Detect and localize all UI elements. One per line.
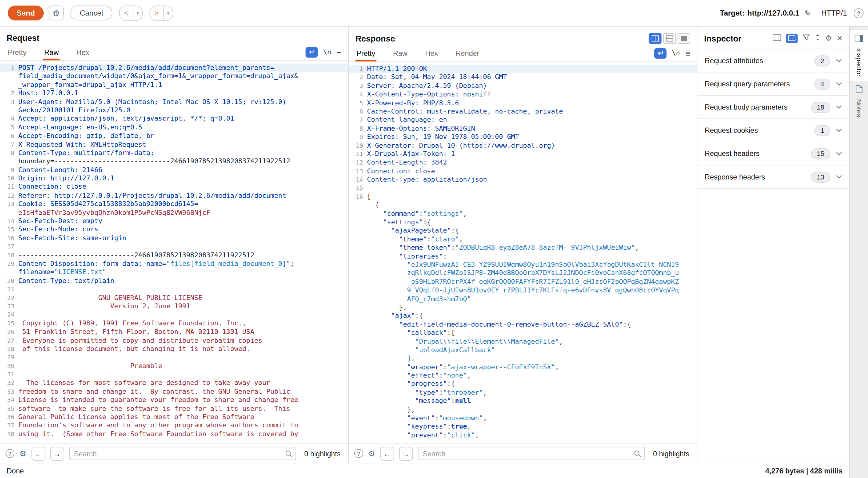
line-number — [349, 414, 367, 423]
repeater-window: Send ⚙ Cancel < ▾ > ▾ Target: http://127… — [0, 0, 868, 478]
line-text: using it. (Some other Free Software Foun… — [18, 430, 298, 439]
side-tab-inspector[interactable]: Inspector — [850, 30, 868, 81]
section-request-attributes[interactable]: Request attributes 2 — [698, 49, 849, 72]
response-search-input[interactable] — [418, 447, 645, 460]
line-number — [349, 389, 367, 397]
line-number: 7 — [349, 116, 367, 124]
editor-line: 6Accept-Encoding: gzip, deflate, br — [0, 132, 348, 141]
line-number — [349, 346, 367, 354]
search-help-icon[interactable]: ? — [354, 449, 363, 458]
response-tab-pretty[interactable]: Pretty — [355, 47, 376, 61]
show-nonprintable-toggle[interactable]: \n — [323, 48, 331, 56]
inspector-docked-icon[interactable] — [786, 34, 798, 43]
line-text: Content-language: en — [367, 116, 447, 124]
word-wrap-toggle[interactable] — [306, 47, 318, 57]
response-tab-render[interactable]: Render — [455, 47, 480, 61]
request-panel: Request Pretty Raw Hex \n ≡ — [0, 27, 349, 463]
editor-line: 22 GNU GENERAL PUBLIC LICENSE — [0, 294, 348, 302]
send-button[interactable]: Send — [8, 5, 44, 21]
section-request-headers[interactable]: Request headers 15 — [698, 142, 849, 166]
inspector-close-icon[interactable]: × — [837, 34, 843, 43]
search-next-button[interactable]: → — [50, 447, 64, 460]
line-text: The licenses for most software are desig… — [18, 379, 271, 387]
history-forward-button[interactable]: > ▾ — [150, 5, 173, 21]
search-settings-icon[interactable]: ⚙ — [19, 449, 26, 458]
line-text: }, — [367, 406, 415, 414]
response-tab-raw[interactable]: Raw — [392, 47, 408, 61]
line-number: 11 — [349, 150, 367, 158]
line-text: boundary=-----------------------------24… — [18, 157, 290, 166]
chevron-down-icon — [836, 105, 842, 109]
inspector-columns-icon[interactable] — [772, 33, 781, 43]
layout-single-button[interactable] — [678, 33, 690, 43]
section-request-query-parameters[interactable]: Request query parameters 4 — [698, 73, 849, 96]
line-text: eIsHfaaETVr3av95yvbqQhzn0kom1P5wPcNSqB2V… — [18, 208, 210, 217]
line-number — [349, 312, 367, 321]
line-text: "type":"throbber", — [367, 389, 487, 397]
count-badge: 4 — [814, 79, 831, 89]
line-text: Content-Type: multipart/form-data; — [18, 149, 154, 157]
editor-line: 16Sec-Fetch-Site: same-origin — [0, 234, 348, 243]
caret-down-icon[interactable]: ▾ — [133, 6, 142, 20]
response-editor[interactable]: 1HTTP/1.1 200 OK2Date: Sat, 04 May 2024 … — [349, 62, 697, 444]
line-number — [0, 106, 18, 115]
line-text: Sec-Fetch-Dest: empty — [18, 217, 102, 226]
chevron-down-icon — [836, 82, 842, 86]
section-label: Request attributes — [705, 57, 763, 65]
editor-line: 37Foundation's software and to any other… — [0, 421, 348, 430]
search-settings-icon[interactable]: ⚙ — [368, 449, 375, 458]
show-nonprintable-toggle[interactable]: \n — [672, 49, 680, 57]
request-search-input[interactable] — [69, 447, 296, 460]
editor-line: 9Expires: Sun, 19 Nov 1978 05:00:00 GMT — [349, 133, 697, 142]
section-request-body-parameters[interactable]: Request body parameters 18 — [698, 96, 849, 119]
history-back-button[interactable]: < ▾ — [119, 5, 143, 21]
request-editor-menu-icon[interactable]: ≡ — [337, 47, 342, 57]
response-editor-menu-icon[interactable]: ≡ — [685, 49, 690, 58]
line-number: 6 — [0, 132, 18, 141]
request-tab-pretty[interactable]: Pretty — [7, 46, 28, 60]
line-number: 4 — [0, 115, 18, 123]
send-options-button[interactable]: ⚙ — [49, 5, 64, 21]
response-title: Response — [355, 34, 395, 43]
line-text: Accept-Language: en-US,en;q=0.5 — [18, 123, 142, 132]
line-number: 9 — [0, 166, 18, 175]
search-prev-button[interactable]: ← — [31, 447, 45, 460]
line-text: "eJx9UNFuwzAI_CE3-YZ9SUUIWdmw8Qyu1n19nSp… — [367, 261, 679, 269]
line-number — [349, 218, 367, 227]
line-text: Referer: http://127.0.0.1/Projects/drupa… — [18, 191, 286, 200]
request-tabs: Pretty Raw Hex \n ≡ — [0, 46, 348, 61]
request-tab-hex[interactable]: Hex — [75, 46, 90, 60]
editor-line: "progress":{ — [349, 380, 697, 389]
request-tab-raw[interactable]: Raw — [43, 46, 60, 60]
editor-line: 10Origin: http://127.0.0.1 — [0, 174, 348, 183]
back-arrow-icon: < — [120, 6, 133, 20]
line-number: 21 — [0, 285, 18, 294]
inspector-settings-icon[interactable]: ⚙ — [825, 34, 832, 43]
line-number: 24 — [0, 311, 18, 319]
wrap-icon — [657, 50, 664, 56]
search-next-button[interactable]: → — [399, 447, 413, 460]
word-wrap-toggle[interactable] — [654, 48, 666, 58]
response-tab-hex[interactable]: Hex — [424, 47, 439, 61]
filter-icon[interactable] — [802, 33, 810, 43]
line-number: 16 — [349, 192, 367, 201]
cancel-button[interactable]: Cancel — [70, 5, 112, 21]
side-tab-notes[interactable]: Notes — [850, 81, 868, 122]
editor-line: { — [349, 201, 697, 210]
layout-rows-button[interactable] — [663, 33, 676, 43]
expand-collapse-icon[interactable] — [814, 33, 820, 43]
line-number: 4 — [349, 90, 367, 99]
search-help-icon[interactable]: ? — [5, 449, 14, 458]
line-text: "edit-field-media-document-0-remove-butt… — [367, 321, 631, 329]
layout-columns-button[interactable] — [649, 33, 662, 43]
section-request-cookies[interactable]: Request cookies 1 — [698, 119, 849, 142]
line-text: "ajaxPageState":{ — [367, 227, 459, 235]
request-editor[interactable]: 1POST /Projects/drupal-10.2.6/media/add/… — [0, 61, 348, 444]
section-response-headers[interactable]: Response headers 13 — [698, 166, 849, 189]
editor-line: 6Cache-Control: must-revalidate, no-cach… — [349, 108, 697, 116]
editor-line: 12Referer: http://127.0.0.1/Projects/dru… — [0, 191, 348, 200]
caret-down-icon[interactable]: ▾ — [164, 6, 173, 20]
help-icon[interactable]: ? — [854, 8, 864, 18]
search-prev-button[interactable]: ← — [380, 447, 394, 460]
edit-target-icon[interactable]: ✎ — [804, 8, 811, 18]
